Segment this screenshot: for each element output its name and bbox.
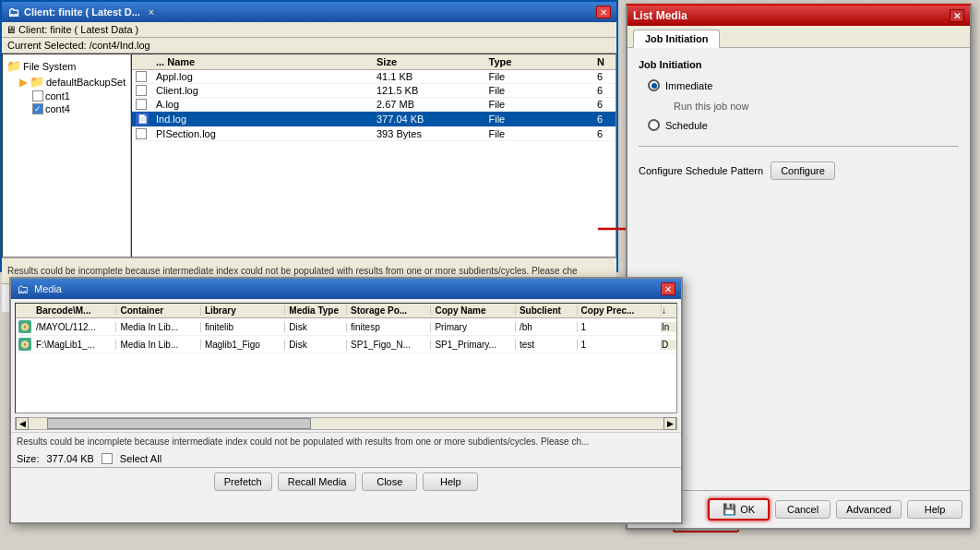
media-row1-icon: 📀 bbox=[18, 320, 31, 333]
filename-alog: A.log bbox=[152, 99, 373, 110]
row2-container: Media In Lib... bbox=[116, 340, 200, 350]
main-title: Client: finite ( Latest D... bbox=[24, 6, 140, 18]
header-container: Container bbox=[116, 305, 200, 316]
media-title-group: 🗂 Media bbox=[17, 282, 62, 296]
header-library: Library bbox=[201, 305, 285, 316]
select-all-label: Select All bbox=[120, 453, 161, 464]
configure-button[interactable]: Configure bbox=[771, 161, 835, 180]
tree-cont4-label: cont4 bbox=[45, 103, 70, 114]
row1-storagepo: finitesp bbox=[347, 322, 431, 332]
filesize-pisection: 393 Bytes bbox=[373, 128, 485, 139]
filenr-appl: 6 bbox=[597, 71, 615, 82]
select-all-checkbox[interactable] bbox=[102, 453, 113, 464]
media-titlebar: 🗂 Media ✕ bbox=[11, 279, 681, 299]
media-table-header: Barcode\M... Container Library Media Typ… bbox=[16, 304, 676, 318]
cancel-button[interactable]: Cancel bbox=[775, 500, 831, 519]
row1-container: Media In Lib... bbox=[116, 322, 200, 332]
row2-library: Maglib1_Figo bbox=[201, 340, 285, 350]
check-alog[interactable] bbox=[136, 99, 147, 110]
folder-icon: 📁 bbox=[6, 59, 21, 73]
current-selected: Current Selected: /cont4/Ind.log bbox=[2, 38, 616, 54]
row1-subclient: /bh bbox=[516, 322, 578, 332]
check-appl[interactable] bbox=[136, 71, 147, 82]
radio-immediate[interactable] bbox=[648, 79, 660, 91]
close-media-button[interactable]: Close bbox=[362, 472, 417, 491]
row1-library: finitelib bbox=[201, 322, 285, 332]
filetype-alog: File bbox=[485, 99, 598, 110]
media-status-text: Results could be incomplete because inte… bbox=[17, 436, 589, 447]
folder-icon-2: 📁 bbox=[30, 75, 44, 89]
row1-mediatype: Disk bbox=[285, 322, 347, 332]
prefetch-button[interactable]: Prefetch bbox=[214, 472, 272, 491]
tree-backupset-label: defaultBackupSet bbox=[46, 77, 125, 88]
file-row-appl[interactable]: Appl.log 41.1 KB File 6 bbox=[132, 70, 615, 84]
help-button[interactable]: Help bbox=[907, 500, 962, 519]
header-size: Size bbox=[373, 56, 485, 67]
tree-panel[interactable]: 📁 File System ▶ 📁 defaultBackupSet cont1… bbox=[2, 54, 131, 257]
file-row-client[interactable]: Client.log 121.5 KB File 6 bbox=[132, 84, 615, 98]
header-subclient: Subclient bbox=[516, 305, 578, 316]
radio-immediate-item[interactable]: Immediate bbox=[648, 79, 959, 91]
ok-button[interactable]: 💾 OK bbox=[708, 498, 770, 520]
scroll-left-button[interactable]: ◀ bbox=[16, 417, 29, 430]
main-close-button[interactable]: ✕ bbox=[596, 6, 611, 18]
file-table-header: ... Name Size Type N bbox=[132, 54, 615, 70]
filenr-alog: 6 bbox=[597, 99, 615, 110]
media-dialog: 🗂 Media ✕ Barcode\M... Container Library… bbox=[9, 277, 683, 524]
check-pisection[interactable] bbox=[136, 128, 147, 139]
header-name: ... Name bbox=[152, 56, 373, 67]
filename-appl: Appl.log bbox=[152, 71, 373, 82]
filenr-indlog: 6 bbox=[597, 114, 615, 125]
expand-icon: ▶ bbox=[19, 76, 28, 89]
media-row-1[interactable]: 📀 /MAYOL/112... Media In Lib... finiteli… bbox=[16, 318, 676, 336]
radio-schedule[interactable] bbox=[648, 119, 660, 131]
check-cont1[interactable] bbox=[32, 90, 43, 102]
tree-item-cont1[interactable]: cont1 bbox=[6, 90, 126, 102]
scroll-right-button[interactable]: ▶ bbox=[663, 417, 676, 430]
row2-copyprec: 1 bbox=[578, 340, 662, 350]
header-copyname: Copy Name bbox=[431, 305, 515, 316]
advanced-button[interactable]: Advanced bbox=[836, 500, 902, 519]
header-arrow: ↓ bbox=[662, 305, 676, 316]
main-toolbar: 🖥 Client: finite ( Latest Data ) bbox=[2, 22, 616, 38]
media-close-button[interactable]: ✕ bbox=[661, 282, 675, 295]
client-info: Client: finite ( Latest Data ) bbox=[18, 24, 138, 35]
radio-schedule-item[interactable]: Schedule bbox=[648, 119, 959, 131]
tree-item-cont4[interactable]: ✓ cont4 bbox=[6, 102, 126, 115]
filetype-client: File bbox=[485, 85, 598, 96]
size-label: Size: bbox=[17, 453, 39, 464]
file-row-indlog[interactable]: 📄 Ind.log 377.04 KB File 6 bbox=[132, 112, 615, 127]
filenr-client: 6 bbox=[597, 85, 615, 96]
tab-job-initiation[interactable]: Job Initiation bbox=[633, 30, 720, 48]
header-n: N bbox=[597, 56, 615, 67]
horizontal-scrollbar[interactable]: ◀ ▶ bbox=[15, 417, 677, 430]
row2-storagepo: SP1_Figo_N... bbox=[347, 340, 431, 350]
row2-barcode: F:\MagLib1_... bbox=[32, 340, 116, 350]
header-storagePo: Storage Po... bbox=[347, 305, 431, 316]
header-type: Type bbox=[485, 56, 598, 67]
row2-copyname: SP1_Primary... bbox=[431, 340, 515, 350]
media-row-2[interactable]: 📀 F:\MagLib1_... Media In Lib... Maglib1… bbox=[16, 336, 676, 353]
tree-item-filesystem[interactable]: 📁 File System bbox=[6, 58, 126, 74]
radio-schedule-label: Schedule bbox=[665, 120, 708, 131]
dialog-close-button[interactable]: ✕ bbox=[950, 9, 964, 22]
main-content: 📁 File System ▶ 📁 defaultBackupSet cont1… bbox=[2, 54, 616, 257]
separator bbox=[639, 146, 959, 147]
media-help-button[interactable]: Help bbox=[423, 472, 478, 491]
check-cont4[interactable]: ✓ bbox=[32, 103, 43, 114]
recall-media-button[interactable]: Recall Media bbox=[278, 472, 357, 491]
section-title: Job Initiation bbox=[639, 59, 959, 70]
file-row-alog[interactable]: A.log 2.67 MB File 6 bbox=[132, 98, 615, 112]
check-client[interactable] bbox=[136, 85, 147, 96]
scroll-thumb[interactable] bbox=[47, 418, 311, 429]
filename-indlog: Ind.log bbox=[152, 114, 373, 125]
tree-item-defaultbackupset[interactable]: ▶ 📁 defaultBackupSet bbox=[6, 74, 126, 90]
run-text: Run this job now bbox=[648, 101, 959, 112]
filesize-alog: 2.67 MB bbox=[373, 99, 485, 110]
filesize-client: 121.5 KB bbox=[373, 85, 485, 96]
file-row-pisection[interactable]: PISection.log 393 Bytes File 6 bbox=[132, 127, 615, 141]
row2-mediatype: Disk bbox=[285, 340, 347, 350]
media-table-container[interactable]: Barcode\M... Container Library Media Typ… bbox=[15, 303, 677, 413]
dialog-title: List Media bbox=[633, 9, 687, 22]
file-panel: ... Name Size Type N Appl.log 41.1 KB Fi… bbox=[131, 54, 616, 257]
